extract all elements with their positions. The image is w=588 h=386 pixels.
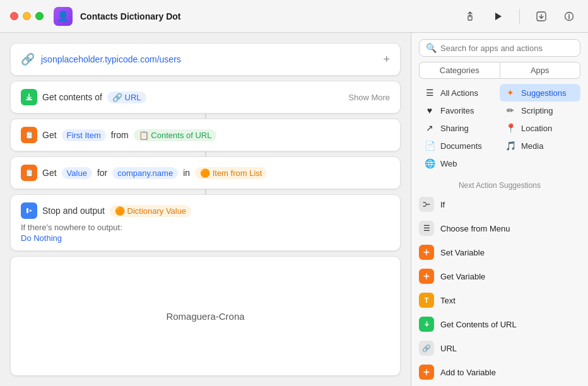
- cat-sharing-label: Sharing: [440, 124, 469, 133]
- titlebar: 👤 Contacts Dictionary Dot: [0, 0, 588, 33]
- first-item-pill[interactable]: First Item: [62, 129, 106, 141]
- cat-all-actions[interactable]: ☰ All Actions: [419, 84, 500, 102]
- from-label: from: [111, 130, 129, 140]
- get-contents-card[interactable]: Get contents of 🔗 URL Show More: [10, 81, 401, 114]
- svg-marker-1: [495, 13, 502, 20]
- suggestion-url-label: URL: [440, 344, 457, 353]
- cat-favorites[interactable]: ♥ Favorites: [419, 102, 500, 119]
- url-card[interactable]: 🔗 jsonplaceholder.typicode.com/users +: [10, 43, 401, 76]
- text-icon: T: [419, 293, 434, 308]
- cat-scripting-label: Scripting: [521, 106, 553, 115]
- get-variable-icon: [419, 269, 434, 284]
- suggestion-set-variable-label: Set Variable: [440, 248, 485, 257]
- cat-favorites-label: Favorites: [440, 106, 474, 115]
- favorites-icon: ♥: [424, 105, 435, 115]
- get-contents-url-icon: [419, 317, 434, 332]
- output-card: Romaguera-Crona: [10, 256, 401, 376]
- cat-media-label: Media: [521, 141, 543, 151]
- suggestion-set-variable[interactable]: Set Variable: [411, 240, 588, 264]
- stop-icon: [21, 202, 37, 219]
- add-variable-icon: [419, 365, 434, 380]
- set-variable-icon: [419, 245, 434, 260]
- search-input[interactable]: [440, 44, 573, 53]
- contents-url-pill[interactable]: 📋 Contents of URL: [134, 129, 217, 141]
- cat-documents[interactable]: 📄 Documents: [419, 137, 500, 155]
- window-title: Contacts Dictionary Dot: [80, 11, 454, 21]
- choose-menu-icon: ☰: [419, 221, 434, 236]
- suggestion-choose-menu[interactable]: ☰ Choose from Menu: [411, 216, 588, 240]
- svg-rect-5: [26, 208, 28, 213]
- suggestion-choose-menu-label: Choose from Menu: [440, 224, 510, 233]
- minimize-button[interactable]: [23, 12, 31, 20]
- info-icon[interactable]: [560, 8, 578, 25]
- suggestion-add-variable[interactable]: Add to Variable: [411, 360, 588, 384]
- titlebar-actions: [461, 8, 578, 25]
- suggestion-url[interactable]: 🔗 URL: [411, 336, 588, 360]
- for-label: for: [97, 168, 107, 178]
- do-nothing-button[interactable]: Do Nothing: [21, 233, 390, 243]
- get-value-card[interactable]: 📋 Get Value for company.name in 🟠 Item f…: [10, 156, 401, 189]
- show-more-button[interactable]: Show More: [348, 93, 390, 102]
- play-button[interactable]: [489, 8, 507, 25]
- search-bar: 🔍: [411, 33, 588, 62]
- app-icon: 👤: [54, 7, 73, 26]
- download-icon[interactable]: [532, 8, 550, 25]
- cat-location-label: Location: [521, 124, 552, 133]
- cat-suggestions[interactable]: ✦ Suggestions: [500, 84, 580, 102]
- documents-icon: 📄: [424, 141, 435, 151]
- suggestion-get-variable[interactable]: Get Variable: [411, 264, 588, 288]
- cat-media[interactable]: 🎵 Media: [500, 137, 580, 155]
- get-label: Get: [42, 130, 57, 140]
- stop-output-card[interactable]: Stop and output 🟠 Dictionary Value If th…: [10, 194, 401, 251]
- sharing-icon: ↗: [424, 123, 435, 133]
- stop-label: Stop and output: [42, 206, 105, 216]
- search-wrap[interactable]: 🔍: [419, 39, 580, 57]
- suggestion-text[interactable]: T Text: [411, 288, 588, 312]
- link-icon: 🔗: [21, 52, 35, 66]
- get-item-icon: 📋: [21, 127, 37, 143]
- suggestion-get-contents-url-label: Get Contents of URL: [440, 320, 517, 329]
- category-list: ☰ All Actions ✦ Suggestions ♥ Favorites …: [411, 84, 588, 177]
- tabs-row: Categories Apps: [411, 62, 588, 84]
- media-icon: 🎵: [505, 141, 516, 151]
- in-label: in: [183, 168, 190, 178]
- main-content: 🔗 jsonplaceholder.typicode.com/users + G…: [0, 33, 588, 386]
- value-pill[interactable]: Value: [62, 167, 92, 179]
- suggestions-label: Next Action Suggestions: [411, 177, 588, 192]
- apps-tab[interactable]: Apps: [500, 62, 581, 79]
- cat-scripting[interactable]: ✏ Scripting: [500, 102, 580, 119]
- workflow-panel: 🔗 jsonplaceholder.typicode.com/users + G…: [0, 33, 411, 386]
- categories-tab[interactable]: Categories: [419, 62, 500, 79]
- suggestions-icon: ✦: [505, 88, 516, 98]
- url-text: jsonplaceholder.typicode.com/users: [41, 54, 377, 64]
- cat-suggestions-label: Suggestions: [521, 88, 567, 98]
- share-button[interactable]: [461, 8, 479, 25]
- cat-all-actions-label: All Actions: [440, 88, 478, 98]
- svg-rect-4: [26, 99, 32, 100]
- add-url-button[interactable]: +: [383, 53, 390, 66]
- cat-documents-label: Documents: [440, 141, 482, 151]
- get-contents-label: Get contents of: [42, 92, 102, 102]
- suggestion-get-contents-url[interactable]: Get Contents of URL: [411, 312, 588, 336]
- scripting-icon: ✏: [505, 105, 516, 115]
- suggestions-section: Next Action Suggestions If ☰ Choose from…: [411, 177, 588, 386]
- item-from-list-pill[interactable]: 🟠 Item from List: [195, 167, 267, 179]
- cat-sharing[interactable]: ↗ Sharing: [419, 119, 500, 137]
- url-icon: 🔗: [419, 341, 434, 356]
- cat-location[interactable]: 📍 Location: [500, 119, 580, 137]
- get-label2: Get: [42, 168, 57, 178]
- search-icon: 🔍: [426, 43, 437, 53]
- if-icon: [419, 197, 434, 212]
- suggestion-text-label: Text: [440, 296, 456, 305]
- sidebar: 🔍 Categories Apps ☰ All Actions ✦ Sugges…: [411, 33, 588, 386]
- get-item-card[interactable]: 📋 Get First Item from 📋 Contents of URL: [10, 119, 401, 151]
- cat-web-label: Web: [440, 159, 457, 168]
- url-pill[interactable]: 🔗 URL: [107, 91, 146, 103]
- close-button[interactable]: [10, 12, 18, 20]
- dict-value-pill[interactable]: 🟠 Dictionary Value: [110, 205, 191, 217]
- get-contents-icon: [21, 89, 37, 105]
- suggestion-if[interactable]: If: [411, 192, 588, 216]
- fullscreen-button[interactable]: [35, 12, 44, 20]
- cat-web[interactable]: 🌐 Web: [419, 155, 500, 172]
- company-name-pill[interactable]: company.name: [112, 167, 178, 179]
